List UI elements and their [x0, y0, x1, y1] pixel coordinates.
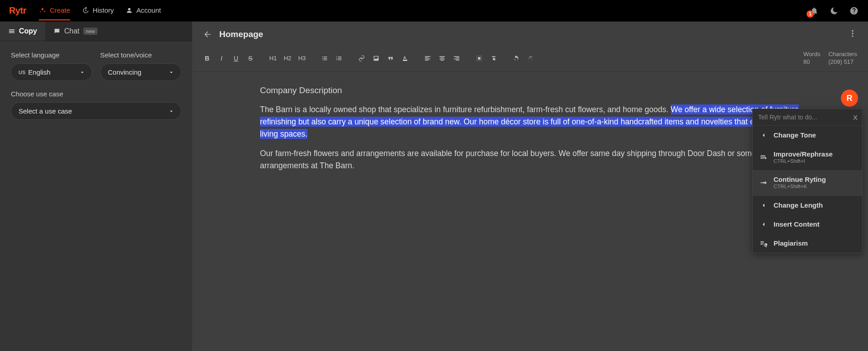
ordered-list-button[interactable] — [335, 55, 343, 62]
ctx-continue[interactable]: Continue Ryting CTRL+Shift+K — [753, 170, 862, 195]
sidebar-body: Select language US English Select tone/v… — [0, 41, 192, 130]
tab-chat-label: Chat — [64, 27, 80, 35]
select-all-icon — [476, 55, 483, 62]
nav-create[interactable]: Create — [39, 1, 70, 20]
usecase-value: Select a use case — [19, 107, 72, 115]
back-button[interactable] — [203, 30, 212, 39]
paragraph-1: The Barn is a locally owned shop that sp… — [260, 104, 800, 140]
h2-button[interactable]: H2 — [283, 55, 292, 62]
ctx-insert-label: Insert Content — [774, 220, 820, 228]
sparkle-icon — [39, 7, 46, 14]
ctx-change-length-label: Change Length — [774, 201, 823, 209]
text-color-icon — [401, 55, 409, 62]
align-right-button[interactable] — [453, 55, 461, 62]
notifications-button[interactable]: 1 — [809, 6, 819, 16]
nav-create-label: Create — [50, 6, 70, 14]
tab-copy[interactable]: Copy — [0, 22, 45, 41]
ctx-improve-label: Improve/Rephrase — [774, 150, 833, 158]
moon-icon — [830, 6, 839, 15]
clear-format-button[interactable] — [490, 55, 498, 62]
chevron-left-icon — [760, 221, 767, 228]
nav-history-label: History — [93, 6, 114, 14]
language-select[interactable]: US English — [11, 63, 92, 81]
usecase-select[interactable]: Select a use case — [11, 102, 181, 120]
notif-badge: 1 — [807, 10, 814, 18]
doc-menu-button[interactable] — [848, 29, 857, 40]
ctx-improve[interactable]: Improve/Rephrase CTRL+Shift+I — [753, 145, 862, 170]
ctx-plagiarism[interactable]: Plagiarism — [753, 234, 862, 253]
words-value: 80 — [803, 58, 820, 66]
quote-icon — [387, 55, 394, 62]
tab-copy-label: Copy — [19, 27, 37, 35]
link-icon — [358, 55, 365, 62]
context-menu: X Change Tone Improve/Rephrase CTRL+Shif… — [752, 109, 863, 253]
chars-label: Characters — [828, 51, 857, 58]
svg-rect-4 — [478, 57, 480, 59]
text-color-button[interactable] — [401, 55, 409, 62]
menu-icon — [8, 28, 15, 35]
tone-value: Convincing — [108, 68, 142, 76]
bullet-list-icon — [321, 55, 328, 62]
language-value: English — [28, 68, 50, 76]
editor-toolbar: B I U S H1 H2 H3 — [192, 47, 868, 72]
nav-account[interactable]: Account — [126, 1, 161, 20]
person-icon — [126, 7, 133, 14]
ordered-list-icon — [335, 55, 343, 62]
paragraph-2: Our farm-fresh flowers and arrangements … — [260, 147, 800, 172]
continue-icon — [760, 179, 768, 187]
word-count: Words 80 Characters (209) 517 — [803, 51, 857, 66]
svg-point-0 — [852, 30, 853, 32]
undo-button[interactable] — [512, 55, 520, 62]
plagiarism-icon — [760, 239, 768, 247]
ctx-improve-shortcut: CTRL+Shift+I — [774, 158, 833, 165]
h1-button[interactable]: H1 — [269, 55, 277, 62]
select-all-button[interactable] — [475, 55, 483, 62]
main-layout: Copy Chat new Select language US English — [0, 22, 868, 351]
link-button[interactable] — [358, 55, 366, 62]
doc-title[interactable]: Homepage — [219, 29, 263, 39]
redo-button[interactable] — [527, 55, 535, 62]
redo-icon — [527, 55, 534, 62]
ctx-continue-label: Continue Ryting — [774, 176, 826, 184]
italic-button[interactable]: I — [217, 55, 226, 62]
chevron-down-icon — [168, 69, 175, 76]
ctx-change-tone[interactable]: Change Tone — [753, 126, 862, 145]
undo-icon — [513, 55, 520, 62]
chat-new-badge: new — [83, 28, 98, 35]
bullet-list-button[interactable] — [321, 55, 329, 62]
nav-items: Create History Account — [39, 1, 161, 20]
align-center-button[interactable] — [438, 55, 446, 62]
theme-toggle[interactable] — [829, 6, 839, 16]
image-button[interactable] — [372, 55, 380, 62]
bold-button[interactable]: B — [203, 55, 211, 62]
tab-chat[interactable]: Chat new — [45, 22, 106, 41]
ctx-continue-shortcut: CTRL+Shift+K — [774, 184, 826, 190]
chevron-left-icon — [760, 202, 767, 209]
nav-history[interactable]: History — [82, 1, 114, 20]
ctx-insert-content[interactable]: Insert Content — [753, 215, 862, 234]
content-heading: Company Description — [260, 85, 800, 95]
chevron-down-icon — [168, 108, 175, 114]
quote-button[interactable] — [387, 55, 395, 62]
chars-value: (209) 517 — [828, 58, 857, 66]
svg-rect-3 — [403, 60, 407, 61]
align-left-button[interactable] — [424, 55, 432, 62]
svg-point-1 — [852, 33, 853, 34]
top-nav: Rytr Create History Account 1 — [0, 0, 868, 22]
tone-select[interactable]: Convincing — [100, 63, 182, 81]
help-button[interactable] — [849, 6, 859, 16]
h3-button[interactable]: H3 — [298, 55, 306, 62]
underline-button[interactable]: U — [232, 55, 240, 62]
svg-point-2 — [852, 35, 853, 37]
ctx-command-input[interactable] — [753, 109, 849, 125]
language-label: Select language — [11, 51, 92, 59]
chat-icon — [53, 28, 61, 35]
sidebar-tabs: Copy Chat new — [0, 22, 192, 41]
ai-avatar[interactable]: R — [841, 90, 858, 107]
ctx-close-button[interactable]: X — [849, 110, 862, 125]
brand-logo[interactable]: Rytr — [9, 5, 26, 16]
ctx-plagiarism-label: Plagiarism — [774, 239, 808, 247]
words-label: Words — [803, 51, 820, 58]
ctx-change-length[interactable]: Change Length — [753, 196, 862, 215]
strike-button[interactable]: S — [246, 55, 255, 62]
